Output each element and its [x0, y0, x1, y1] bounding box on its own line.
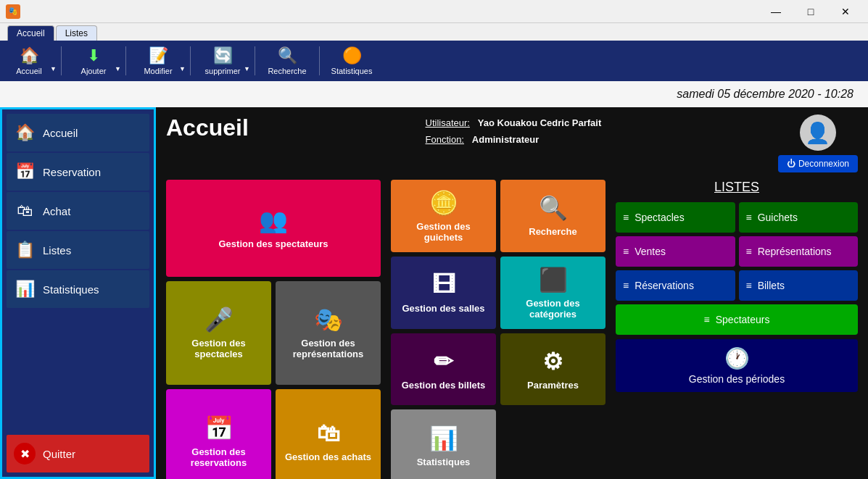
guichets-icon: 🪙	[429, 189, 458, 217]
tile-achats[interactable]: 🛍 Gestion des achats	[276, 389, 381, 479]
listes-spectacles-label: Spectacles	[635, 212, 684, 223]
power-icon: ⏻	[787, 159, 795, 169]
achats-icon: 🛍	[317, 420, 340, 447]
tile-billets-label: Gestion des billets	[402, 380, 486, 391]
sidebar-item-statistiques[interactable]: 📊 Statistiques	[7, 270, 149, 308]
sidebar-item-achat[interactable]: 🛍 Achat	[7, 192, 149, 230]
shopping-icon: 🛍	[14, 201, 36, 220]
tile-statistiques-label: Statistiques	[417, 457, 471, 467]
date-bar: samedi 05 décembre 2020 - 10:28	[0, 81, 868, 107]
main-wrapper: 🏠 Accueil 📅 Reservation 🛍 Achat 📋 Listes…	[0, 107, 868, 479]
header-right: 👤 ⏻ Deconnexion	[778, 114, 858, 172]
left-grid: 👥 Gestion des spectateurs 🎤 Gestion des …	[166, 180, 384, 479]
calendar-icon: 📅	[14, 162, 36, 181]
maximize-button[interactable]: □	[794, 0, 827, 23]
list-ventes-icon: ≡	[623, 246, 629, 257]
listes-guichets[interactable]: ≡ Guichets	[739, 202, 859, 233]
tile-recherche[interactable]: 🔍 Recherche	[500, 180, 605, 252]
toolbar-sep-2	[125, 46, 126, 75]
listes-reservations[interactable]: ≡ Réservations	[616, 270, 735, 301]
tile-categories[interactable]: ⬛ Gestion des catégories	[500, 257, 605, 329]
listes-spectateurs[interactable]: ≡ Spectateurs	[616, 304, 858, 335]
middle-grid: 🪙 Gestion des guichets 🔍 Recherche 🎞 Ges…	[391, 180, 608, 479]
tile-representations[interactable]: 🎭 Gestion des représentations	[276, 281, 381, 386]
title-bar-left: 🎭	[6, 4, 20, 19]
content-area: Accueil Utilisateur: Yao Kouakou Cedric …	[156, 107, 868, 479]
right-panel: LISTES ≡ Spectacles ≡ Guichets ≡ Ventes	[616, 180, 858, 479]
tile-billets[interactable]: ✏ Gestion des billets	[391, 333, 496, 406]
sidebar-item-quit[interactable]: ✖ Quitter	[7, 435, 149, 472]
listes-guichets-label: Guichets	[758, 212, 798, 223]
listes-spectacles[interactable]: ≡ Spectacles	[616, 202, 735, 233]
menu-tabs: Accueil Listes	[0, 23, 868, 41]
listes-spectateurs-label: Spectateurs	[716, 314, 770, 325]
tile-parametres[interactable]: ⚙ Paramètres	[500, 333, 605, 406]
list-billets-icon: ≡	[746, 280, 752, 291]
toolbar-sep-1	[61, 46, 62, 75]
list-representations-icon: ≡	[746, 246, 752, 257]
toolbar-supprimer[interactable]: 🔄 supprimer ▼	[194, 43, 252, 78]
tab-accueil[interactable]: Accueil	[7, 25, 54, 41]
listes-periodes-label: Gestion des périodes	[689, 373, 785, 385]
edit-icon: 📝	[149, 46, 168, 65]
toolbar-ajouter[interactable]: ⬇ Ajouter ▼	[65, 43, 123, 78]
tile-statistiques-middle[interactable]: 📊 Statistiques	[391, 409, 496, 479]
sidebar-item-listes[interactable]: 📋 Listes	[7, 231, 149, 269]
tile-salles-label: Gestion des salles	[402, 303, 484, 314]
tile-guichets-label: Gestion des guichets	[397, 221, 490, 243]
representations-icon: 🎭	[314, 306, 343, 333]
tab-listes[interactable]: Listes	[56, 25, 97, 41]
date-text: samedi 05 décembre 2020 - 10:28	[677, 88, 853, 101]
deconnexion-button[interactable]: ⏻ Deconnexion	[778, 155, 858, 172]
listes-representations[interactable]: ≡ Représentations	[739, 236, 859, 267]
toolbar-ajouter-label: Ajouter	[81, 67, 107, 75]
chart-icon: 📊	[14, 280, 36, 299]
toolbar-supprimer-label: supprimer	[205, 67, 241, 75]
home-icon: 🏠	[20, 46, 39, 65]
tile-spectacles[interactable]: 🎤 Gestion des spectacles	[166, 281, 271, 386]
title-bar-controls[interactable]: — □ ✕	[759, 0, 862, 23]
sidebar-item-reservation[interactable]: 📅 Reservation	[7, 153, 149, 191]
label-fonction: Fonction:	[426, 134, 464, 145]
sidebar-achat-label: Achat	[43, 205, 70, 217]
sidebar-listes-label: Listes	[43, 244, 71, 257]
toolbar-accueil-arrow: ▼	[50, 65, 57, 72]
list-icon: 📋	[14, 241, 36, 259]
toolbar-modifier[interactable]: 📝 Modifier ▼	[129, 43, 187, 78]
list-reservations-icon: ≡	[623, 280, 629, 291]
tile-reservations[interactable]: 📅 Gestion des reservations	[166, 389, 271, 479]
tile-spectateurs[interactable]: 👥 Gestion des spectateurs	[166, 180, 381, 277]
toolbar-statistiques[interactable]: 🟠 Statistiques	[323, 43, 381, 78]
tile-salles[interactable]: 🎞 Gestion des salles	[391, 257, 496, 329]
categories-icon: ⬛	[539, 266, 568, 293]
sidebar-item-accueil[interactable]: 🏠 Accueil	[7, 114, 149, 151]
add-icon: ⬇	[87, 46, 100, 65]
avatar: 👤	[800, 114, 836, 151]
user-role: Administrateur	[472, 134, 539, 145]
content-title: Accueil	[166, 114, 249, 141]
tile-recherche-label: Recherche	[529, 226, 576, 237]
toolbar-ajouter-arrow: ▼	[115, 65, 121, 72]
listes-billets-label: Billets	[758, 280, 785, 291]
delete-icon: 🔄	[213, 46, 233, 65]
listes-billets[interactable]: ≡ Billets	[739, 270, 859, 301]
tile-spectacles-label: Gestion des spectacles	[172, 338, 265, 359]
listes-reservations-label: Réservations	[635, 280, 694, 291]
title-bar: 🎭 — □ ✕	[0, 0, 868, 23]
user-name: Yao Kouakou Cedric Parfait	[478, 117, 602, 128]
deconnexion-label: Deconnexion	[798, 159, 849, 169]
tile-reservations-label: Gestion des reservations	[172, 446, 265, 468]
tile-guichets[interactable]: 🪙 Gestion des guichets	[391, 180, 496, 252]
close-button[interactable]: ✕	[829, 0, 862, 23]
toolbar-recherche[interactable]: 🔍 Recherche	[258, 43, 316, 78]
toolbar-accueil[interactable]: 🏠 Accueil ▼	[0, 43, 58, 78]
grid-wrapper: 👥 Gestion des spectateurs 🎤 Gestion des …	[166, 180, 858, 479]
minimize-button[interactable]: —	[759, 0, 793, 23]
listes-periodes[interactable]: 🕐 Gestion des périodes	[616, 339, 858, 392]
toolbar-supprimer-arrow: ▼	[244, 65, 250, 72]
user-info: Utilisateur: Yao Kouakou Cedric Parfait …	[426, 114, 602, 149]
listes-ventes[interactable]: ≡ Ventes	[616, 236, 735, 267]
toolbar-sep-5	[319, 46, 320, 75]
sidebar-accueil-label: Accueil	[43, 127, 78, 139]
tile-parametres-label: Paramètres	[527, 380, 579, 391]
